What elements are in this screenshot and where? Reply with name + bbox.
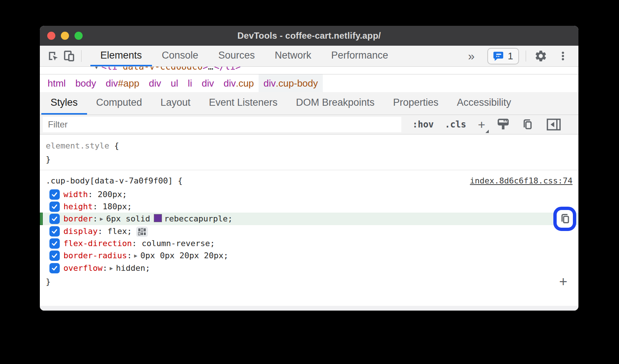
tab-performance[interactable]: Performance (321, 46, 398, 66)
css-property-row-width[interactable]: width: 200px; (40, 188, 578, 200)
property-name: display (63, 227, 98, 236)
panel-tab-event-listeners[interactable]: Event Listeners (200, 92, 287, 115)
property-value: flex; (107, 227, 132, 236)
property-value: column-reverse; (142, 239, 215, 248)
property-color-name: rebeccapurple; (164, 214, 232, 223)
crumb-tag-name: body (75, 78, 96, 89)
insert-style-rule-button[interactable]: + (559, 274, 567, 288)
element-classes-button[interactable]: .cls (445, 119, 466, 130)
window-titlebar: DevTools - coffee-cart.netlify.app/ (40, 26, 578, 46)
property-name: overflow (63, 263, 103, 273)
css-property-row-border[interactable]: border:▶6px solidrebeccapurple; (40, 213, 578, 225)
settings-gear-icon[interactable] (533, 49, 549, 63)
tab-sources[interactable]: Sources (208, 46, 265, 66)
new-style-rule-button[interactable]: + (478, 118, 485, 131)
toolbar-divider (526, 50, 526, 62)
element-style-section[interactable]: element.style { } (40, 134, 578, 170)
breadcrumb-item-div-cup-body[interactable]: div.cup-body (259, 74, 322, 92)
window-title: DevTools - coffee-cart.netlify.app/ (238, 31, 381, 41)
css-property-row-height[interactable]: height: 180px; (40, 200, 578, 213)
crumb-tag-name: div (224, 78, 236, 89)
toggle-sidebar-panel-icon[interactable] (546, 118, 561, 131)
copy-styles-icon[interactable] (521, 118, 533, 131)
breadcrumb: htmlbodydiv#appdivullidivdiv.cupdiv.cup-… (40, 74, 578, 92)
element-style-selector: element.style (46, 141, 109, 150)
panel-tab-layout[interactable]: Layout (151, 92, 200, 115)
breadcrumb-item-div-app[interactable]: div#app (101, 74, 144, 92)
devtools-tab-strip: ElementsConsoleSourcesNetworkPerformance (90, 46, 398, 66)
panel-tab-properties[interactable]: Properties (384, 92, 447, 115)
property-checkbox[interactable] (49, 202, 60, 212)
traffic-lights (47, 32, 83, 40)
horizontal-scrollbar-track[interactable] (40, 306, 578, 311)
breadcrumb-item-div[interactable]: div (197, 74, 219, 92)
panel-tab-styles[interactable]: Styles (41, 92, 87, 115)
crumb-suffix: .cup (236, 78, 254, 89)
long-press-corner-icon (485, 130, 489, 133)
zoom-window-button[interactable] (75, 32, 83, 40)
inspect-element-icon[interactable] (45, 46, 61, 66)
panel-tab-accessibility[interactable]: Accessibility (447, 92, 520, 115)
property-space (93, 190, 97, 199)
property-checkbox[interactable] (49, 263, 60, 273)
property-space (103, 227, 107, 236)
property-colon: : (88, 190, 93, 199)
issues-counter-button[interactable]: 1 (487, 48, 519, 64)
property-value: 200px; (98, 190, 127, 199)
copy-declaration-button-highlighted[interactable] (553, 207, 576, 231)
dom-token-tag: > (203, 67, 208, 72)
breadcrumb-item-div-cup[interactable]: div.cup (219, 74, 259, 92)
tab-console[interactable]: Console (152, 46, 208, 66)
expand-shorthand-icon[interactable]: ▶ (100, 216, 103, 222)
expand-shorthand-icon[interactable]: ▶ (110, 265, 113, 272)
property-checkbox[interactable] (49, 238, 60, 249)
property-name: border-radius (63, 251, 127, 260)
property-value: 180px; (103, 202, 132, 211)
toggle-element-state-button[interactable]: :hov (412, 119, 434, 130)
tab-network[interactable]: Network (265, 46, 321, 66)
color-swatch[interactable] (154, 214, 162, 222)
kebab-menu-icon[interactable] (555, 50, 571, 62)
crumb-tag-name: div (106, 78, 118, 89)
style-filter-input[interactable] (43, 117, 401, 132)
panel-tab-computed[interactable]: Computed (87, 92, 152, 115)
minimize-window-button[interactable] (61, 32, 69, 40)
breadcrumb-item-div[interactable]: div (144, 74, 166, 92)
rule-selector[interactable]: .cup-body[data-v-7a0f9f00] { (46, 174, 183, 188)
crumb-tag-name: li (188, 78, 192, 89)
styles-panel-tab-strip: StylesComputedLayoutEvent ListenersDOM B… (40, 92, 578, 115)
property-checkbox[interactable] (49, 214, 60, 224)
property-colon: : (93, 214, 97, 223)
more-tabs-icon[interactable]: » (468, 49, 475, 63)
property-name: flex-direction (63, 239, 132, 248)
crumb-suffix: #app (118, 78, 139, 89)
breadcrumb-item-li[interactable]: li (183, 74, 197, 92)
close-window-button[interactable] (47, 32, 55, 40)
expand-shorthand-icon[interactable]: ▶ (134, 252, 137, 259)
property-value: 6px solid (106, 214, 150, 223)
toggle-device-toolbar-icon[interactable] (61, 46, 77, 66)
property-name: height (63, 202, 93, 211)
css-property-row-display[interactable]: display: flex; (40, 225, 578, 237)
css-property-row-flex-direction[interactable]: flex-direction: column-reverse; (40, 237, 578, 249)
panel-tab-dom-breakpoints[interactable]: DOM Breakpoints (287, 92, 384, 115)
property-colon: : (127, 251, 132, 260)
rendering-brush-icon[interactable] (497, 118, 509, 131)
toolbar-divider (81, 50, 82, 62)
css-property-row-overflow[interactable]: overflow:▶hidden; (40, 262, 578, 274)
breadcrumb-item-body[interactable]: body (70, 74, 101, 92)
breadcrumb-item-html[interactable]: html (43, 74, 70, 92)
css-property-row-border-radius[interactable]: border-radius:▶0px 0px 20px 20px; (40, 249, 578, 262)
flex-editor-icon[interactable] (136, 227, 148, 237)
stylesheet-source-link[interactable]: index.8d6c6f18.css:74 (470, 174, 573, 188)
property-checkbox[interactable] (49, 226, 60, 237)
property-checkbox[interactable] (49, 251, 60, 261)
tab-elements[interactable]: Elements (90, 46, 152, 66)
dom-tree-clipped-row[interactable]: ▾<li data-v-ccd68dc0>…</li> (40, 67, 578, 74)
property-value: 0px 0px 20px 20px; (140, 251, 228, 260)
expand-caret-icon[interactable]: ▾ (94, 67, 98, 71)
property-checkbox[interactable] (49, 189, 60, 200)
rule-close-brace: } (46, 275, 51, 288)
breadcrumb-item-ul[interactable]: ul (166, 74, 183, 92)
dom-token-tag: <li (101, 67, 123, 72)
